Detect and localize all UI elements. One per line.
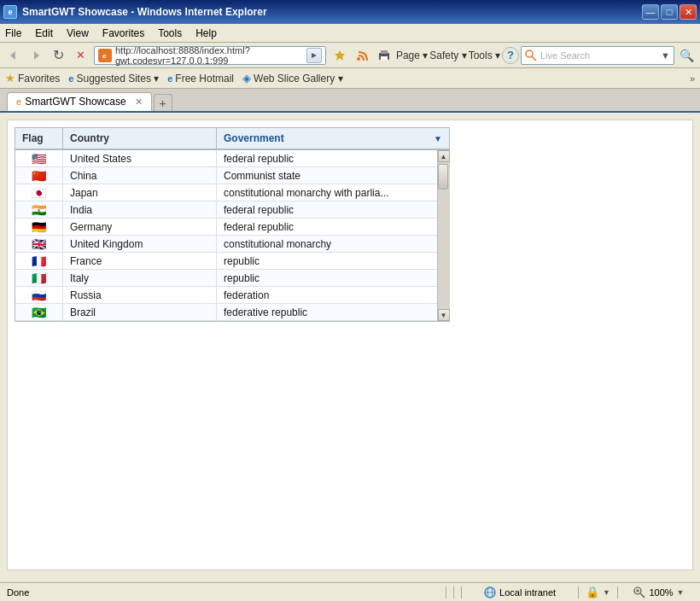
tab-smartgwt[interactable]: e SmartGWT Showcase ✕: [7, 92, 152, 111]
grid-rows: 🇺🇸United Statesfederal republic🇨🇳ChinaCo…: [15, 150, 437, 321]
table-row[interactable]: 🇺🇸United Statesfederal republic: [15, 150, 437, 167]
table-row[interactable]: 🇷🇺Russiafederation: [15, 287, 437, 304]
stop-button[interactable]: ✕: [70, 45, 90, 66]
table-row[interactable]: 🇫🇷Francerepublic: [15, 253, 437, 270]
svg-marker-4: [312, 53, 317, 58]
cell-country: Brazil: [63, 304, 217, 320]
menu-favorites[interactable]: Favorites: [102, 27, 144, 39]
feeds-button[interactable]: [352, 45, 372, 66]
favorites-button[interactable]: [330, 45, 350, 66]
minimize-button[interactable]: —: [642, 4, 659, 20]
fav-favorites[interactable]: ★ Favorites: [5, 72, 60, 85]
cell-country: France: [63, 253, 217, 269]
close-button[interactable]: ✕: [680, 4, 697, 20]
tools-label[interactable]: Tools ▾: [469, 50, 500, 61]
page-menu[interactable]: Page ▾: [396, 50, 428, 61]
col-country-label: Country: [70, 132, 109, 144]
hotmail-icon: e: [167, 73, 172, 84]
cell-flag: 🇷🇺: [15, 287, 63, 303]
col-header-flag[interactable]: Flag: [15, 128, 63, 149]
tab-icon: e: [16, 96, 21, 107]
flag-emoji: 🇧🇷: [32, 306, 46, 319]
cell-government: federal republic: [217, 219, 437, 235]
col-header-government[interactable]: Government ▼: [217, 128, 449, 149]
flag-emoji: 🇺🇸: [32, 152, 46, 166]
security-arrow[interactable]: ▼: [603, 588, 610, 597]
address-favicon: e: [98, 49, 112, 62]
cell-government: republic: [217, 253, 437, 269]
cell-government: constitutional monarchy with parlia...: [217, 184, 437, 201]
table-row[interactable]: 🇧🇷Brazilfederative republic: [15, 304, 437, 321]
help-button[interactable]: ?: [502, 47, 519, 64]
table-row[interactable]: 🇯🇵Japanconstitutional monarchy with parl…: [15, 184, 437, 201]
fav-webslice[interactable]: ◈ Web Slice Gallery ▾: [242, 72, 342, 85]
table-row[interactable]: 🇩🇪Germanyfederal republic: [15, 219, 437, 236]
refresh-button[interactable]: ↻: [48, 45, 68, 66]
forward-button[interactable]: [26, 45, 46, 66]
address-bar[interactable]: e http://localhost:8888/index.html?gwt.c…: [94, 46, 326, 65]
cell-country: India: [63, 201, 217, 218]
cell-government: federal republic: [217, 150, 437, 166]
maximize-button[interactable]: □: [661, 4, 678, 20]
table-row[interactable]: 🇬🇧United Kingdomconstitutional monarchy: [15, 236, 437, 253]
grid-header: Flag Country Government ▼: [15, 128, 449, 150]
menu-edit[interactable]: Edit: [35, 27, 53, 39]
search-go-button[interactable]: 🔍: [676, 45, 697, 66]
table-row[interactable]: 🇮🇳Indiafederal republic: [15, 201, 437, 219]
cell-flag: 🇨🇳: [15, 167, 63, 184]
address-go-button[interactable]: [306, 48, 322, 63]
table-row[interactable]: 🇨🇳ChinaCommunist state: [15, 167, 437, 184]
svg-marker-0: [10, 51, 15, 60]
menu-help[interactable]: Help: [195, 27, 217, 39]
grid-scrollbar: ▲ ▼: [437, 150, 449, 321]
status-divider-4: [578, 586, 579, 598]
lock-icon: 🔒: [586, 586, 599, 598]
status-divider-5: [617, 586, 618, 598]
safety-label[interactable]: Safety ▾: [429, 50, 466, 61]
page-label[interactable]: Page ▾: [396, 50, 428, 61]
search-go-icon[interactable]: ▼: [661, 50, 670, 61]
menu-tools[interactable]: Tools: [158, 27, 182, 39]
col-flag-label: Flag: [22, 132, 44, 144]
svg-point-10: [526, 50, 533, 57]
col-government-label: Government: [224, 132, 284, 144]
zone-text: Local intranet: [499, 587, 556, 598]
favbar-extend[interactable]: »: [690, 73, 695, 84]
zoom-arrow[interactable]: ▼: [677, 588, 685, 597]
scrollbar-thumb[interactable]: [438, 164, 448, 190]
search-bar[interactable]: Live Search ▼: [521, 46, 674, 65]
flag-emoji: 🇬🇧: [32, 237, 46, 251]
content-area: Flag Country Government ▼ 🇺🇸United State…: [7, 120, 693, 570]
cell-flag: 🇫🇷: [15, 253, 63, 269]
scrollbar-up-button[interactable]: ▲: [438, 150, 450, 162]
zoom-control[interactable]: 100% ▼: [625, 586, 693, 598]
suggested-icon: e: [68, 73, 73, 84]
status-text: Done: [7, 587, 439, 598]
security-indicator[interactable]: 🔒 ▼: [586, 586, 610, 598]
favorites-star-icon: ★: [5, 72, 15, 85]
menu-view[interactable]: View: [67, 27, 89, 39]
cell-country: Italy: [63, 270, 217, 286]
tools-menu[interactable]: Tools ▾: [469, 50, 500, 61]
svg-rect-8: [381, 50, 388, 54]
flag-emoji: 🇫🇷: [32, 254, 46, 268]
print-button[interactable]: [374, 45, 394, 66]
flag-emoji: 🇮🇹: [32, 271, 46, 285]
zone-icon: [484, 586, 496, 598]
fav-hotmail[interactable]: e Free Hotmail: [167, 73, 234, 85]
flag-emoji: 🇯🇵: [32, 186, 46, 200]
svg-marker-5: [335, 50, 345, 61]
scrollbar-down-button[interactable]: ▼: [438, 309, 450, 321]
scrollbar-track[interactable]: [438, 162, 450, 309]
fav-suggested[interactable]: e Suggested Sites ▾: [68, 73, 159, 85]
new-tab-button[interactable]: +: [154, 94, 172, 111]
tab-label: SmartGWT Showcase: [25, 96, 125, 108]
back-button[interactable]: [3, 45, 24, 66]
tab-close-icon[interactable]: ✕: [135, 96, 143, 108]
flag-emoji: 🇨🇳: [32, 169, 46, 183]
menu-file[interactable]: File: [5, 27, 21, 39]
flag-emoji: 🇩🇪: [32, 220, 46, 234]
col-header-country[interactable]: Country: [63, 128, 217, 149]
safety-menu[interactable]: Safety ▾: [429, 50, 466, 61]
table-row[interactable]: 🇮🇹Italyrepublic: [15, 270, 437, 287]
